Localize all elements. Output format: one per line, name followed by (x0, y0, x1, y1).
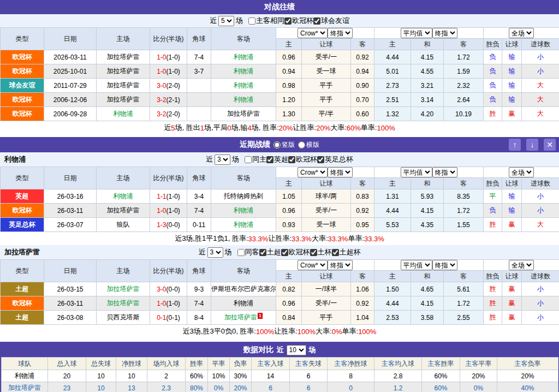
checkbox-input[interactable] (332, 249, 339, 256)
checkbox-input[interactable] (310, 249, 317, 256)
result-goals: 小 (522, 296, 559, 311)
bookmaker-select[interactable]: Crow* (298, 260, 328, 270)
move-up-button[interactable]: ↑ (509, 139, 521, 151)
average-select[interactable]: 平均值 (401, 167, 432, 177)
period-select[interactable]: 全场 (509, 167, 534, 177)
sub-column-header: 主 (374, 39, 411, 50)
index-select-2[interactable]: 终指 (432, 260, 457, 270)
filter-checkbox-土超[interactable]: 土超 (259, 247, 281, 257)
compare-recent-select[interactable]: 10 (287, 345, 306, 355)
competition-badge: 英足总杯 (1, 218, 44, 232)
down-arrow-icon: ↓ (531, 140, 534, 149)
move-down-button[interactable]: ↓ (526, 139, 538, 151)
checkbox-input[interactable] (281, 249, 288, 256)
avg-away: 1.59 (444, 64, 484, 79)
filter-checkbox-欧冠杯[interactable]: 欧冠杯 (281, 247, 310, 257)
h2h-title: 对战往绩 (264, 2, 295, 12)
bookmaker-select[interactable]: Crow* (298, 28, 328, 38)
stat-value: 40% (497, 382, 558, 392)
horizontal-radio-input[interactable] (298, 141, 305, 149)
checkbox-input[interactable] (317, 156, 324, 163)
column-header: 客场 (211, 167, 276, 189)
result-goals-value: 大 (537, 96, 544, 103)
compare-column-header: 主客平率 (460, 358, 497, 370)
index-select[interactable]: 终指 (328, 28, 353, 38)
sub-column-header: 客 (444, 271, 484, 282)
layout-horizontal-radio[interactable]: 横版 (298, 140, 319, 150)
result-outcome-value: 胜 (490, 285, 496, 293)
filter-checkbox-土杯[interactable]: 土杯 (310, 247, 332, 257)
match-row: 欧冠杯2006-09-28利物浦3-2(2-0)加拉塔萨雷1.30平/半0.60… (1, 107, 559, 121)
filter-checkbox-主客相同[interactable]: 主客相同 (248, 16, 284, 26)
avg-home: 1.31 (374, 189, 411, 204)
checkbox-input[interactable] (284, 17, 292, 25)
odds-line: 球半/两 (302, 189, 351, 204)
checkbox-input[interactable] (245, 156, 252, 163)
filter-checkbox-欧冠杯[interactable]: 欧冠杯 (288, 155, 317, 164)
layout-vertical-radio[interactable]: 竖版 (273, 140, 295, 150)
checkbox-input[interactable] (266, 156, 273, 163)
sub-column-header: 客 (351, 271, 374, 282)
result-handicap-value: 输 (509, 67, 515, 75)
competition-badge: 球会友谊 (1, 79, 44, 93)
stat-value: 23 (48, 382, 86, 392)
checkbox-input[interactable] (248, 17, 255, 25)
recent-count-select[interactable]: 3 (215, 155, 230, 165)
galatasaray-summary: 近3场,胜3平0负0, 胜率:100% 让胜率:100% 大率:0% 单率:10… (0, 325, 559, 338)
match-row: 欧冠杯2006-12-06加拉塔萨雷3-2(2-1)利物浦1.20平手0.702… (1, 93, 559, 107)
halftime-score: (0-0) (166, 221, 180, 229)
index-select[interactable]: 终指 (328, 167, 353, 177)
home-team: 加拉塔萨雷 (97, 93, 150, 107)
team-name-text: 利物浦 (234, 206, 253, 214)
summary-text: 大率: (330, 123, 347, 133)
recent-count-select[interactable]: 3 (207, 247, 223, 258)
match-date: 2025-10-01 (44, 64, 97, 79)
result-handicap: 输 (502, 50, 522, 64)
checkbox-input[interactable] (237, 249, 245, 256)
section-controls: ↑ ↓ ✕ (509, 139, 556, 151)
checkbox-label: 英足总杯 (325, 155, 353, 164)
filter-checkbox-英足总杯[interactable]: 英足总杯 (317, 155, 353, 164)
compare-column-header: 主客负率 (497, 358, 558, 370)
odds-home: 0.96 (276, 50, 302, 64)
compare-column-header: 总失球 (86, 358, 116, 370)
checkbox-label: 英超 (274, 155, 288, 164)
index-select[interactable]: 终指 (328, 260, 353, 270)
match-date: 2011-07-29 (44, 79, 97, 93)
team-name-cell: 加拉塔萨雷 (2, 382, 48, 392)
fulltime-score: 1-0 (157, 54, 166, 61)
index-select-2[interactable]: 终指 (432, 167, 457, 177)
fulltime-score: 1-3 (157, 221, 166, 229)
result-handicap-value: 赢 (509, 285, 515, 293)
vertical-radio-input[interactable] (273, 141, 281, 149)
filter-checkbox-同客[interactable]: 同客 (237, 247, 259, 257)
team-name-text: 托特纳姆热刺 (224, 192, 263, 200)
checkbox-input[interactable] (288, 156, 295, 163)
period-select[interactable]: 全场 (509, 260, 534, 270)
filter-checkbox-英超[interactable]: 英超 (266, 155, 288, 164)
stat-value: 10% (208, 370, 230, 382)
avg-home: 2.53 (374, 311, 411, 325)
column-header: 角球 (187, 260, 211, 282)
index-select-2[interactable]: 终指 (432, 28, 457, 38)
close-button[interactable]: ✕ (544, 139, 556, 151)
match-row: 欧冠杯2026-03-11加拉塔萨雷1-0(1-0)7-4利物浦0.96受半/一… (1, 50, 559, 64)
filter-checkbox-球会友谊[interactable]: 球会友谊 (313, 16, 349, 26)
header-prefix: 主客 (428, 360, 441, 367)
checkbox-input[interactable] (259, 249, 266, 256)
odds-away: 1.06 (351, 282, 374, 296)
average-select[interactable]: 平均值 (401, 28, 432, 38)
average-select[interactable]: 平均值 (401, 260, 432, 270)
filter-checkbox-同主[interactable]: 同主 (245, 155, 266, 164)
odds-line: 受一球 (302, 64, 351, 79)
summary-value: 0 (228, 124, 231, 132)
recent-count-select[interactable]: 5 (218, 16, 234, 26)
filter-checkbox-土超杯[interactable]: 土超杯 (332, 247, 361, 257)
bookmaker-select[interactable]: Crow* (298, 167, 328, 177)
checkbox-input[interactable] (313, 17, 320, 25)
corner-score: 3-4 (187, 189, 211, 204)
column-header: 比分(半场) (150, 28, 187, 50)
summary-text: 近 (164, 123, 171, 133)
filter-checkbox-欧冠杯[interactable]: 欧冠杯 (284, 16, 313, 26)
period-select[interactable]: 全场 (509, 28, 534, 38)
